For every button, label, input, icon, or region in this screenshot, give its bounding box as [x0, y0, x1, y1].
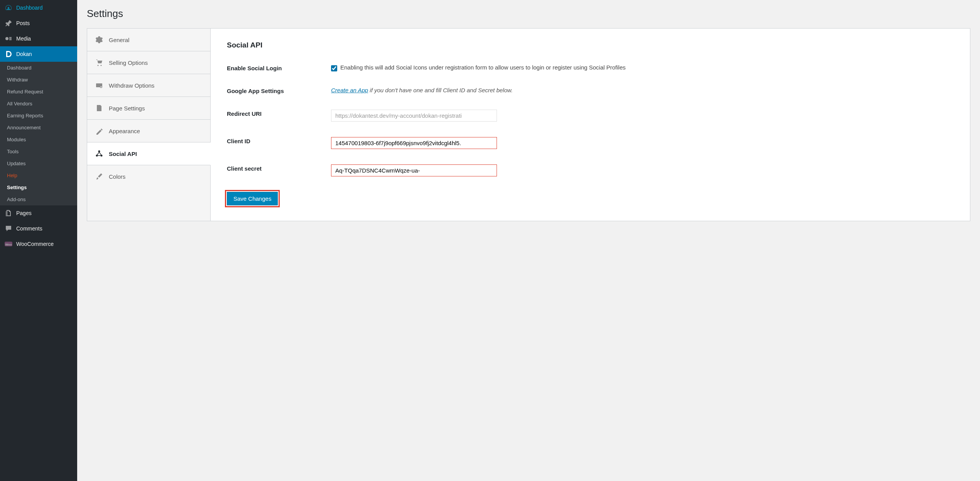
appearance-icon [95, 127, 103, 135]
network-icon [95, 149, 103, 158]
sidebar-item-label: Dashboard [16, 5, 43, 11]
media-icon [5, 35, 12, 42]
sidebar-item-comments[interactable]: Comments [0, 221, 77, 236]
tab-label: Page Settings [109, 105, 145, 112]
sidebar-item-dokan[interactable]: Dokan [0, 46, 77, 62]
pages-icon [5, 209, 12, 217]
tab-page-settings[interactable]: Page Settings [87, 97, 210, 120]
tab-label: Colors [109, 173, 125, 180]
submenu-item-earning[interactable]: Earning Reports [0, 110, 77, 122]
page-title: Settings [87, 8, 970, 20]
save-changes-button[interactable]: Save Changes [227, 192, 278, 205]
sidebar-item-woocommerce[interactable]: Woo WooCommerce [0, 236, 77, 252]
submenu-item-updates[interactable]: Updates [0, 158, 77, 169]
client-secret-label: Client secret [227, 164, 331, 172]
sidebar-item-label: Comments [16, 225, 42, 232]
tab-selling[interactable]: Selling Options [87, 51, 210, 74]
panel-title: Social API [227, 41, 954, 49]
tab-colors[interactable]: Colors [87, 165, 210, 188]
sidebar-item-pages[interactable]: Pages [0, 205, 77, 221]
create-app-link[interactable]: Create an App [331, 87, 368, 93]
client-secret-input[interactable] [331, 164, 497, 176]
client-id-label: Client ID [227, 137, 331, 144]
tab-label: Withdraw Options [109, 82, 154, 89]
page-icon [95, 104, 103, 112]
row-redirect-uri: Redirect URI [227, 110, 954, 122]
tab-social-api[interactable]: Social API [87, 142, 211, 165]
redirect-uri-label: Redirect URI [227, 110, 331, 117]
row-enable-social: Enable Social Login Enabling this will a… [227, 64, 954, 71]
submenu-item-withdraw[interactable]: Withdraw [0, 74, 77, 86]
submenu-item-modules[interactable]: Modules [0, 134, 77, 146]
sidebar-item-label: Pages [16, 210, 32, 216]
enable-social-desc: Enabling this will add Social Icons unde… [340, 64, 626, 71]
dokan-icon [5, 50, 12, 58]
submenu-item-settings[interactable]: Settings [0, 181, 77, 193]
svg-text:Woo: Woo [5, 243, 12, 246]
google-settings-label: Google App Settings [227, 87, 331, 94]
tab-withdraw[interactable]: Withdraw Options [87, 74, 210, 97]
pin-icon [5, 19, 12, 27]
svg-point-5 [98, 151, 100, 152]
submenu-item-dashboard[interactable]: Dashboard [0, 62, 77, 74]
sidebar-item-label: Dokan [16, 51, 32, 57]
enable-social-label: Enable Social Login [227, 64, 331, 71]
settings-tabs: General Selling Options Withdraw Options [87, 29, 211, 221]
comment-icon [5, 225, 12, 232]
create-app-desc: if you don't have one and fill Client ID… [368, 87, 513, 93]
main-content: Settings General Selling Options [77, 0, 980, 481]
tab-label: Appearance [109, 128, 140, 134]
sidebar-item-label: WooCommerce [16, 241, 54, 247]
submenu-item-help[interactable]: Help [0, 169, 77, 181]
tab-general[interactable]: General [87, 29, 210, 51]
dokan-submenu: Dashboard Withdraw Refund Request All Ve… [0, 62, 77, 205]
submenu-item-refund[interactable]: Refund Request [0, 86, 77, 98]
tab-label: Selling Options [109, 59, 148, 66]
svg-point-0 [5, 37, 8, 40]
tab-label: Social API [109, 151, 137, 157]
cart-icon [95, 58, 103, 67]
tab-appearance[interactable]: Appearance [87, 120, 210, 142]
sidebar-item-label: Media [16, 36, 31, 42]
sidebar-item-media[interactable]: Media [0, 31, 77, 46]
submenu-item-addons[interactable]: Add-ons [0, 193, 77, 205]
row-google-settings: Google App Settings Create an App if you… [227, 87, 954, 94]
row-client-secret: Client secret [227, 164, 954, 176]
row-client-id: Client ID [227, 137, 954, 149]
brush-icon [95, 172, 103, 181]
withdraw-icon [95, 81, 103, 90]
sidebar-item-dashboard[interactable]: Dashboard [0, 0, 77, 15]
submenu-item-tools[interactable]: Tools [0, 146, 77, 158]
settings-panel: Social API Enable Social Login Enabling … [211, 29, 970, 221]
sidebar-item-label: Posts [16, 20, 30, 26]
admin-sidebar: Dashboard Posts Media Dokan Dashboard Wi… [0, 0, 77, 481]
dashboard-icon [5, 4, 12, 12]
settings-container: General Selling Options Withdraw Options [87, 28, 970, 221]
gear-icon [95, 36, 103, 44]
tab-label: General [109, 37, 129, 43]
sidebar-item-posts[interactable]: Posts [0, 15, 77, 31]
submenu-item-vendors[interactable]: All Vendors [0, 98, 77, 110]
redirect-uri-input[interactable] [331, 110, 497, 122]
submenu-item-announcement[interactable]: Announcement [0, 122, 77, 134]
enable-social-checkbox[interactable] [331, 65, 337, 71]
woo-icon: Woo [5, 240, 12, 248]
client-id-input[interactable] [331, 137, 497, 149]
